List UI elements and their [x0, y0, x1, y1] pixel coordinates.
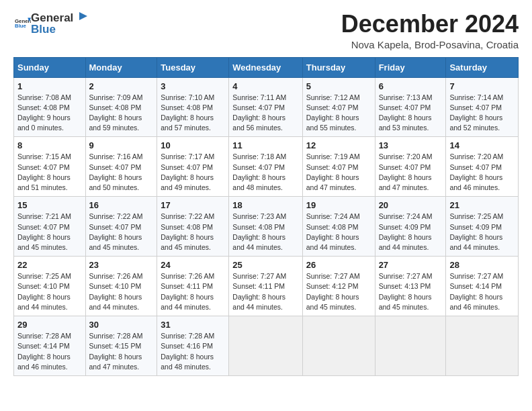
- col-sunday: Sunday: [14, 57, 86, 77]
- table-row: 7 Sunrise: 7:14 AMSunset: 4:07 PMDayligh…: [446, 77, 519, 137]
- table-row: 17 Sunrise: 7:22 AMSunset: 4:08 PMDaylig…: [157, 197, 229, 257]
- day-info: Sunrise: 7:20 AMSunset: 4:07 PMDaylight:…: [379, 152, 433, 191]
- table-row: 28 Sunrise: 7:27 AMSunset: 4:14 PMDaylig…: [446, 257, 519, 316]
- day-number: 31: [161, 320, 225, 330]
- day-number: 2: [89, 81, 154, 91]
- day-info: Sunrise: 7:09 AMSunset: 4:08 PMDaylight:…: [89, 93, 143, 132]
- day-info: Sunrise: 7:26 AMSunset: 4:10 PMDaylight:…: [89, 272, 143, 311]
- page-header: General Blue General Blue December 2024 …: [13, 11, 519, 50]
- day-info: Sunrise: 7:27 AMSunset: 4:12 PMDaylight:…: [306, 272, 360, 311]
- table-row: 24 Sunrise: 7:26 AMSunset: 4:11 PMDaylig…: [157, 257, 229, 316]
- day-info: Sunrise: 7:22 AMSunset: 4:08 PMDaylight:…: [161, 212, 214, 251]
- day-number: 26: [306, 260, 371, 270]
- table-row: [302, 316, 375, 376]
- day-number: 20: [379, 200, 443, 210]
- day-info: Sunrise: 7:25 AMSunset: 4:10 PMDaylight:…: [17, 272, 71, 311]
- day-number: 28: [449, 260, 515, 270]
- day-number: 23: [89, 260, 154, 270]
- day-info: Sunrise: 7:11 AMSunset: 4:07 PMDaylight:…: [232, 93, 286, 132]
- day-number: 30: [89, 320, 154, 330]
- day-number: 4: [232, 81, 298, 91]
- table-row: 3 Sunrise: 7:10 AMSunset: 4:08 PMDayligh…: [157, 77, 229, 137]
- table-row: 21 Sunrise: 7:25 AMSunset: 4:09 PMDaylig…: [446, 197, 519, 257]
- day-info: Sunrise: 7:20 AMSunset: 4:07 PMDaylight:…: [449, 152, 503, 191]
- day-number: 22: [17, 260, 82, 270]
- day-number: 8: [17, 140, 82, 150]
- main-title: December 2024: [341, 11, 519, 38]
- col-monday: Monday: [85, 57, 157, 77]
- day-number: 13: [379, 140, 443, 150]
- day-number: 15: [17, 200, 82, 210]
- day-number: 18: [232, 200, 298, 210]
- day-info: Sunrise: 7:19 AMSunset: 4:07 PMDaylight:…: [306, 152, 360, 191]
- day-number: 14: [449, 140, 515, 150]
- day-info: Sunrise: 7:24 AMSunset: 4:08 PMDaylight:…: [306, 212, 360, 251]
- day-number: 11: [232, 140, 298, 150]
- table-row: 8 Sunrise: 7:15 AMSunset: 4:07 PMDayligh…: [14, 137, 86, 197]
- day-info: Sunrise: 7:25 AMSunset: 4:09 PMDaylight:…: [449, 212, 503, 251]
- day-info: Sunrise: 7:16 AMSunset: 4:07 PMDaylight:…: [89, 152, 143, 191]
- day-info: Sunrise: 7:22 AMSunset: 4:07 PMDaylight:…: [89, 212, 143, 251]
- day-info: Sunrise: 7:23 AMSunset: 4:08 PMDaylight:…: [232, 212, 286, 251]
- table-row: 5 Sunrise: 7:12 AMSunset: 4:07 PMDayligh…: [302, 77, 375, 137]
- table-row: 14 Sunrise: 7:20 AMSunset: 4:07 PMDaylig…: [446, 137, 519, 197]
- day-info: Sunrise: 7:28 AMSunset: 4:16 PMDaylight:…: [161, 332, 214, 371]
- table-row: 29 Sunrise: 7:28 AMSunset: 4:14 PMDaylig…: [14, 316, 86, 376]
- calendar-week-2: 8 Sunrise: 7:15 AMSunset: 4:07 PMDayligh…: [14, 137, 519, 197]
- day-info: Sunrise: 7:28 AMSunset: 4:14 PMDaylight:…: [17, 332, 71, 371]
- day-number: 17: [161, 200, 225, 210]
- day-number: 27: [379, 260, 443, 270]
- day-info: Sunrise: 7:21 AMSunset: 4:07 PMDaylight:…: [17, 212, 71, 251]
- day-info: Sunrise: 7:27 AMSunset: 4:11 PMDaylight:…: [232, 272, 286, 311]
- table-row: 13 Sunrise: 7:20 AMSunset: 4:07 PMDaylig…: [375, 137, 446, 197]
- day-number: 5: [306, 81, 371, 91]
- day-info: Sunrise: 7:28 AMSunset: 4:15 PMDaylight:…: [89, 332, 143, 371]
- calendar-week-1: 1 Sunrise: 7:08 AMSunset: 4:08 PMDayligh…: [14, 77, 519, 137]
- table-row: 30 Sunrise: 7:28 AMSunset: 4:15 PMDaylig…: [85, 316, 157, 376]
- table-row: 18 Sunrise: 7:23 AMSunset: 4:08 PMDaylig…: [229, 197, 302, 257]
- day-number: 3: [161, 81, 225, 91]
- col-tuesday: Tuesday: [157, 57, 229, 77]
- table-row: 6 Sunrise: 7:13 AMSunset: 4:07 PMDayligh…: [375, 77, 446, 137]
- day-info: Sunrise: 7:10 AMSunset: 4:08 PMDaylight:…: [161, 93, 214, 132]
- day-number: 29: [17, 320, 82, 330]
- table-row: 4 Sunrise: 7:11 AMSunset: 4:07 PMDayligh…: [229, 77, 302, 137]
- table-row: [229, 316, 302, 376]
- table-row: 9 Sunrise: 7:16 AMSunset: 4:07 PMDayligh…: [85, 137, 157, 197]
- svg-text:Blue: Blue: [15, 23, 27, 29]
- svg-marker-3: [79, 12, 87, 20]
- table-row: 11 Sunrise: 7:18 AMSunset: 4:07 PMDaylig…: [229, 137, 302, 197]
- table-row: 22 Sunrise: 7:25 AMSunset: 4:10 PMDaylig…: [14, 257, 86, 316]
- day-number: 6: [379, 81, 443, 91]
- calendar-header-row: Sunday Monday Tuesday Wednesday Thursday…: [14, 57, 519, 77]
- table-row: 15 Sunrise: 7:21 AMSunset: 4:07 PMDaylig…: [14, 197, 86, 257]
- table-row: 25 Sunrise: 7:27 AMSunset: 4:11 PMDaylig…: [229, 257, 302, 316]
- day-info: Sunrise: 7:14 AMSunset: 4:07 PMDaylight:…: [449, 93, 503, 132]
- calendar-week-4: 22 Sunrise: 7:25 AMSunset: 4:10 PMDaylig…: [14, 257, 519, 316]
- table-row: [446, 316, 519, 376]
- day-number: 9: [89, 140, 154, 150]
- day-number: 21: [449, 200, 515, 210]
- day-info: Sunrise: 7:18 AMSunset: 4:07 PMDaylight:…: [232, 152, 286, 191]
- table-row: 10 Sunrise: 7:17 AMSunset: 4:07 PMDaylig…: [157, 137, 229, 197]
- day-number: 24: [161, 260, 225, 270]
- day-info: Sunrise: 7:15 AMSunset: 4:07 PMDaylight:…: [17, 152, 71, 191]
- col-friday: Friday: [375, 57, 446, 77]
- day-info: Sunrise: 7:24 AMSunset: 4:09 PMDaylight:…: [379, 212, 433, 251]
- table-row: 19 Sunrise: 7:24 AMSunset: 4:08 PMDaylig…: [302, 197, 375, 257]
- table-row: 27 Sunrise: 7:27 AMSunset: 4:13 PMDaylig…: [375, 257, 446, 316]
- calendar-week-5: 29 Sunrise: 7:28 AMSunset: 4:14 PMDaylig…: [14, 316, 519, 376]
- col-saturday: Saturday: [446, 57, 519, 77]
- calendar-table: Sunday Monday Tuesday Wednesday Thursday…: [13, 57, 519, 376]
- table-row: 2 Sunrise: 7:09 AMSunset: 4:08 PMDayligh…: [85, 77, 157, 137]
- table-row: 23 Sunrise: 7:26 AMSunset: 4:10 PMDaylig…: [85, 257, 157, 316]
- day-info: Sunrise: 7:27 AMSunset: 4:14 PMDaylight:…: [449, 272, 503, 311]
- day-number: 10: [161, 140, 225, 150]
- day-info: Sunrise: 7:08 AMSunset: 4:08 PMDaylight:…: [17, 93, 71, 132]
- table-row: [375, 316, 446, 376]
- subtitle: Nova Kapela, Brod-Posavina, Croatia: [341, 39, 519, 50]
- day-number: 1: [17, 81, 82, 91]
- day-number: 12: [306, 140, 371, 150]
- table-row: 16 Sunrise: 7:22 AMSunset: 4:07 PMDaylig…: [85, 197, 157, 257]
- day-number: 25: [232, 260, 298, 270]
